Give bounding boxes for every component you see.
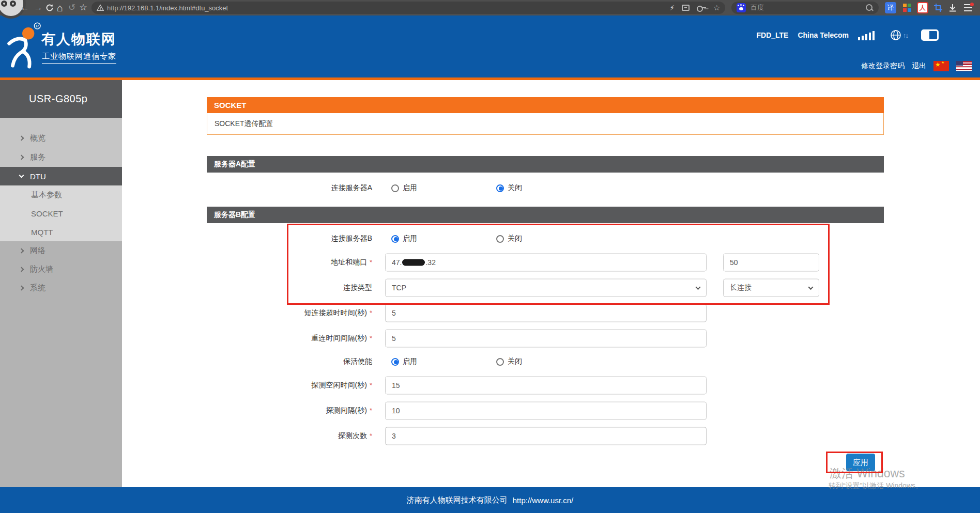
connect-server-b-option-1[interactable]: 关闭 xyxy=(496,234,522,243)
radio-unchecked-icon[interactable] xyxy=(496,358,504,366)
radio-option-label: 启用 xyxy=(403,183,417,193)
radio-unchecked-icon[interactable] xyxy=(391,184,399,192)
main-content: SOCKET SOCKET透传配置 服务器A配置 连接服务器A启用关闭 服务器B… xyxy=(122,80,980,487)
undo-icon[interactable]: ↺ xyxy=(66,0,78,15)
sidebar-item-system[interactable]: 系统 xyxy=(0,278,122,297)
short-conn-timeout-input[interactable] xyxy=(385,304,707,322)
probe-interval-input[interactable] xyxy=(385,401,707,419)
radio-option-label: 关闭 xyxy=(508,183,522,193)
connect-server-a-option-0[interactable]: 启用 xyxy=(391,183,417,193)
forward-icon[interactable]: → xyxy=(32,0,44,15)
search-icon[interactable] xyxy=(865,4,874,12)
bookmark-star-icon[interactable]: ☆ xyxy=(77,0,89,15)
probe-count-input[interactable] xyxy=(385,427,707,445)
sidebar-item-label: SOCKET xyxy=(31,209,63,218)
address-bar[interactable]: http://192.168.1.1/index.html#dtu_socket… xyxy=(91,2,725,14)
search-bar[interactable]: 百度 xyxy=(731,2,879,14)
footer-website[interactable]: http://www.usr.cn/ xyxy=(513,496,574,505)
sidebar-item-overview[interactable]: 概览 xyxy=(0,129,122,148)
footer-company: 济南有人物联网技术有限公司 xyxy=(407,495,508,505)
apply-button[interactable]: 应用 xyxy=(846,454,875,471)
chevron-right-icon xyxy=(19,285,24,290)
network-type: FDD_LTE xyxy=(756,31,788,39)
sidebar: USR-G805p 概览服务DTU基本参数SOCKETMQTT网络防火墙系统 xyxy=(0,80,122,487)
field-area: 启用关闭 xyxy=(385,351,819,372)
chevron-right-icon xyxy=(19,248,24,253)
browser-toolbar: ← → ⌂ ↺ ☆ http://192.168.1.1/index.html#… xyxy=(0,0,980,15)
connection-type-select[interactable]: TCP xyxy=(385,278,707,297)
sidebar-item-dtu-socket[interactable]: SOCKET xyxy=(0,204,122,223)
sidebar-item-network[interactable]: 网络 xyxy=(0,241,122,260)
password-key-icon[interactable] xyxy=(697,5,706,10)
field-area xyxy=(385,398,819,423)
address-and-port-secondary-input[interactable] xyxy=(723,253,819,271)
radio-checked-icon[interactable] xyxy=(391,235,399,243)
field-label: 探测空闲时间(秒)* xyxy=(207,381,372,390)
select-value: 长连接 xyxy=(730,283,752,292)
chevron-down-icon xyxy=(808,285,814,290)
connection-type-mode-select[interactable]: 长连接 xyxy=(723,278,819,297)
chevron-down-icon xyxy=(19,173,24,178)
field-area xyxy=(385,423,819,448)
logout-link[interactable]: 退出 xyxy=(912,61,926,71)
chevron-down-icon xyxy=(696,285,701,290)
crop-extension-icon[interactable] xyxy=(932,2,944,13)
field-label-text: 连接服务器B xyxy=(331,234,372,243)
redaction-blob xyxy=(402,259,425,266)
field-label-text: 连接服务器A xyxy=(331,183,372,193)
radio-unchecked-icon[interactable] xyxy=(496,235,504,243)
pdf-extension-icon[interactable]: 人 xyxy=(917,2,928,13)
capture-icon[interactable] xyxy=(682,5,690,11)
sidebar-item-services[interactable]: 服务 xyxy=(0,148,122,167)
field-label-text: 地址和端口 xyxy=(331,258,367,267)
section-server-a-header: 服务器A配置 xyxy=(207,156,884,173)
apps-grid-extension-icon[interactable] xyxy=(901,2,913,13)
server-a-rows: 连接服务器A启用关闭 xyxy=(207,177,884,199)
sidebar-item-dtu[interactable]: DTU xyxy=(0,167,122,185)
probe-idle-time-input[interactable] xyxy=(385,376,707,394)
lightning-icon[interactable]: ⚡ xyxy=(670,4,675,12)
radio-checked-icon[interactable] xyxy=(496,184,504,192)
radio-option-label: 关闭 xyxy=(508,234,522,243)
section-server-b-header: 服务器B配置 xyxy=(207,207,884,223)
browser-menu-icon[interactable] xyxy=(962,2,974,13)
field-label-text: 重连时间间隔(秒) xyxy=(312,334,367,343)
reconnect-interval-input[interactable] xyxy=(385,329,707,347)
chinese-language-flag-icon[interactable]: ★★ xyxy=(933,61,949,71)
keepalive-enable-option-1[interactable]: 关闭 xyxy=(496,357,522,366)
sidebar-item-label: 服务 xyxy=(30,152,45,162)
field-area: 47..32 xyxy=(385,250,819,275)
brand-title: 有人物联网 xyxy=(41,30,116,49)
change-password-link[interactable]: 修改登录密码 xyxy=(861,61,905,71)
field-label-text: 保活使能 xyxy=(343,357,372,366)
radio-checked-icon[interactable] xyxy=(391,358,399,366)
back-icon[interactable]: ← xyxy=(19,0,31,15)
page-subtitle: SOCKET透传配置 xyxy=(207,113,884,135)
download-icon[interactable] xyxy=(947,2,958,13)
keepalive-enable-option-0[interactable]: 启用 xyxy=(391,357,417,366)
translate-extension-icon[interactable]: 译 xyxy=(885,2,896,13)
connect-server-a-option-1[interactable]: 关闭 xyxy=(496,183,522,193)
required-asterisk: * xyxy=(370,309,372,317)
sidebar-item-firewall[interactable]: 防火墙 xyxy=(0,260,122,278)
star-icon[interactable]: ☆ xyxy=(713,4,720,12)
sidebar-item-label: 概览 xyxy=(30,133,45,143)
address-and-port-input[interactable]: 47..32 xyxy=(385,253,707,271)
device-model-title: USR-G805p xyxy=(0,80,122,118)
footer: 济南有人物联网技术有限公司 http://www.usr.cn/ xyxy=(0,487,980,513)
english-language-flag-icon[interactable] xyxy=(956,61,972,71)
sidebar-item-label: 防火墙 xyxy=(30,265,53,274)
reconnect-interval-row: 重连时间间隔(秒)* xyxy=(207,325,884,351)
sim-card-icon xyxy=(921,29,939,41)
probe-idle-time-row: 探测空闲时间(秒)* xyxy=(207,372,884,398)
home-icon[interactable]: ⌂ xyxy=(54,0,66,15)
sidebar-item-dtu-basic[interactable]: 基本参数 xyxy=(0,185,122,204)
sidebar-item-label: MQTT xyxy=(31,228,53,237)
connect-server-b-option-0[interactable]: 启用 xyxy=(391,234,417,243)
page: ← → ⌂ ↺ ☆ http://192.168.1.1/index.html#… xyxy=(0,0,980,513)
url-text: ://192.168.1.1/index.html#dtu_socket xyxy=(118,4,228,12)
sidebar-item-dtu-mqtt[interactable]: MQTT xyxy=(0,223,122,241)
required-asterisk: * xyxy=(370,258,372,266)
address-prefix: 47. xyxy=(392,258,402,267)
sidebar-item-label: DTU xyxy=(30,172,46,181)
